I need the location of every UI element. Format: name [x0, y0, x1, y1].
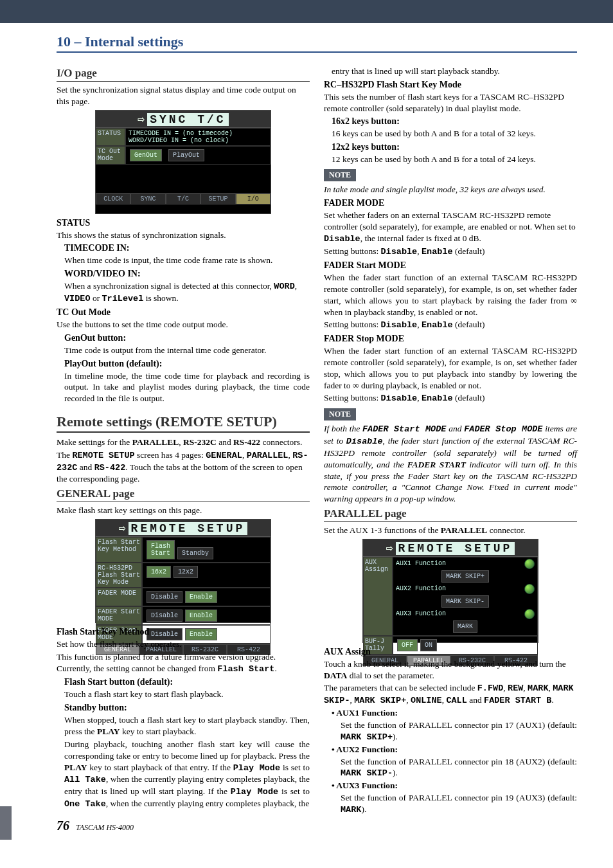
- genout-button[interactable]: GenOut: [130, 149, 162, 161]
- standby-btn-heading: Standby button:: [64, 703, 310, 713]
- k12-desc: 12 keys can be used by both A and B for …: [332, 154, 577, 165]
- setting-buttons-line: Setting buttons: Disable, Enable (defaul…: [324, 246, 577, 258]
- genout-desc: Time code is output from the internal ti…: [64, 345, 310, 356]
- fader-mode-desc: Set whether faders on an external TASCAM…: [324, 210, 577, 244]
- status-heading: STATUS: [57, 218, 310, 228]
- general-page-heading: GENERAL page: [57, 487, 310, 502]
- opt-b[interactable]: Enable: [185, 591, 217, 603]
- aux3-value[interactable]: MARK: [453, 620, 477, 633]
- remote-setup-p1: Make settings for the PARALLEL, RS-232C …: [57, 437, 310, 448]
- col-right: entry that is lined up will start playba…: [324, 64, 577, 817]
- k16-desc: 16 keys can be used by both A and B for …: [332, 128, 577, 140]
- aux3-desc: Set the function of PARALLEL connector p…: [341, 792, 577, 816]
- page-body: 10 – Internal settings I/O page Set the …: [0, 23, 613, 840]
- page-number: 76: [57, 818, 69, 833]
- row-label: Flash Start Key Method: [96, 537, 142, 563]
- fader-start-desc: When the fader start function of an exte…: [324, 272, 577, 318]
- parallel-page-desc: Set the AUX 1-3 functions of the PARALLE…: [324, 525, 577, 536]
- opt-b[interactable]: Standby: [177, 547, 213, 559]
- parallel-page-heading: PARALLEL page: [324, 507, 577, 522]
- opt-a[interactable]: 16x2: [147, 566, 171, 578]
- k12-heading: 12x2 keys button:: [332, 142, 577, 152]
- opt-b[interactable]: 12x2: [173, 566, 198, 578]
- rc-fs-heading: RC–HS32PD Flash Start Key Mode: [324, 80, 577, 90]
- off-button[interactable]: OFF: [397, 639, 418, 651]
- note-label: NOTE: [324, 408, 356, 420]
- aux1-value[interactable]: MARK SKIP+: [441, 570, 489, 583]
- opt-b[interactable]: Enable: [185, 610, 217, 622]
- aux3-label: AUX3 Function: [396, 610, 446, 617]
- fs-btn-heading: Flash Start button (default):: [64, 677, 310, 687]
- tc-out-desc: Use the buttons to set the time code out…: [57, 319, 310, 330]
- screen-title: ⇨SYNC T/C: [96, 111, 271, 128]
- continuation-line: entry that is lined up will start playba…: [332, 66, 577, 77]
- tab-sync[interactable]: SYNC: [130, 194, 165, 204]
- standby-p1: When stopped, touch a flash start key to…: [64, 714, 310, 737]
- screen-title: ⇨REMOTE SETUP: [96, 520, 271, 537]
- fader-start-heading: FADER Start MODE: [324, 260, 577, 271]
- opt-a[interactable]: Disable: [147, 610, 182, 622]
- fader-stop-heading: FADER Stop MODE: [324, 334, 577, 344]
- remote-setup-parallel-screenshot: ⇨REMOTE SETUP AUX Assign AUX1 Function M…: [362, 539, 538, 643]
- fs-btn-desc: Touch a flash start key to start flash p…: [64, 689, 310, 700]
- screen-title: ⇨REMOTE SETUP: [363, 539, 538, 557]
- aux2-label: AUX2 Function: [396, 585, 446, 592]
- standby-p2: During playback, touching another flash …: [64, 739, 310, 810]
- col-left: I/O page Set the synchronization signal …: [57, 64, 310, 817]
- wv-line: WORD/VIDEO IN = (no clock): [129, 137, 267, 144]
- sync-tc-screenshot: ⇨SYNC T/C STATUS TIMECODE IN = (no timec…: [95, 110, 271, 214]
- opt-a[interactable]: Flash Start: [147, 540, 175, 559]
- io-page-heading: I/O page: [57, 67, 310, 82]
- k16-heading: 16x2 keys button:: [332, 116, 577, 127]
- aux1-label: AUX1 Function: [396, 560, 446, 567]
- wv-in-heading: WORD/VIDEO IN:: [64, 269, 310, 279]
- on-button[interactable]: ON: [420, 639, 437, 651]
- tcmode-label: TC Out Mode: [96, 146, 125, 165]
- tc-line: TIMECODE IN = (no timecode): [129, 130, 267, 137]
- playout-desc: In timeline mode, the time code time for…: [64, 370, 310, 404]
- opt-a[interactable]: Disable: [147, 591, 182, 603]
- playout-button[interactable]: PlayOut: [168, 149, 204, 161]
- thumb-index-mark: [0, 806, 12, 840]
- aux1-heading: AUX1 Function:: [332, 708, 577, 718]
- model-name: TASCAM HS-4000: [76, 823, 134, 833]
- tab-bar: CLOCK SYNC T/C SETUP I/O: [96, 193, 271, 204]
- remote-setup-heading: Remote settings (REMOTE SETUP): [57, 413, 310, 433]
- remote-setup-p2: The REMOTE SETUP screen has 4 pages: GEN…: [57, 449, 310, 485]
- aux2-heading: AUX2 Function:: [332, 745, 577, 755]
- general-page-desc: Make flash start key settings on this pa…: [57, 505, 310, 516]
- status-label: STATUS: [96, 128, 125, 146]
- remote-setup-general-screenshot: ⇨REMOTE SETUP Flash Start Key MethodFlas…: [95, 519, 271, 623]
- tab-setup[interactable]: SETUP: [200, 194, 235, 204]
- header-bar: [0, 0, 613, 23]
- playout-heading: PlayOut button (default):: [64, 359, 310, 369]
- rc-fs-desc: This sets the number of flash start keys…: [324, 91, 577, 114]
- aux3-knob[interactable]: [524, 609, 535, 619]
- aux2-knob[interactable]: [524, 584, 535, 594]
- aux2-value[interactable]: MARK SKIP-: [441, 595, 489, 608]
- opt-b[interactable]: Enable: [185, 628, 217, 640]
- note-text: In take mode and single playlist mode, 3…: [324, 184, 577, 195]
- setting-buttons-line-2: Setting buttons: Disable, Enable (defaul…: [324, 319, 577, 331]
- tab-io[interactable]: I/O: [236, 194, 271, 204]
- fader-stop-desc: When the fader start function of an exte…: [324, 345, 577, 391]
- aux1-knob[interactable]: [524, 559, 535, 569]
- wv-in-desc: When a synchronization signal is detecte…: [64, 280, 310, 305]
- aux-assign-label: AUX Assign: [363, 557, 393, 636]
- genout-heading: GenOut button:: [64, 333, 310, 343]
- note2-text: If both the FADER Start MODE and FADER S…: [324, 423, 577, 505]
- row-label: FADER MODE: [96, 588, 142, 606]
- setting-buttons-line-3: Setting buttons: Disable, Enable (defaul…: [324, 392, 577, 404]
- note-label: NOTE: [324, 169, 356, 181]
- tc-in-desc: When time code is input, the time code f…: [64, 255, 310, 266]
- aux-assign-p1: Touch a knob to select it, making the ba…: [324, 658, 577, 682]
- tc-out-heading: TC Out Mode: [57, 307, 310, 318]
- fs-method-p2: This function is planned for a future fi…: [57, 651, 310, 675]
- tab-tc[interactable]: T/C: [166, 194, 200, 204]
- aux1-desc: Set the function of PARALLEL connector p…: [341, 719, 577, 743]
- aux-assign-p2: The parameters that can be selected incl…: [324, 682, 577, 707]
- row-label: RC-HS32PD Flash Start Key Mode: [96, 563, 142, 588]
- two-column-layout: I/O page Set the synchronization signal …: [57, 64, 577, 817]
- tab-clock[interactable]: CLOCK: [96, 194, 130, 204]
- row-label: FADER Start MODE: [96, 606, 142, 625]
